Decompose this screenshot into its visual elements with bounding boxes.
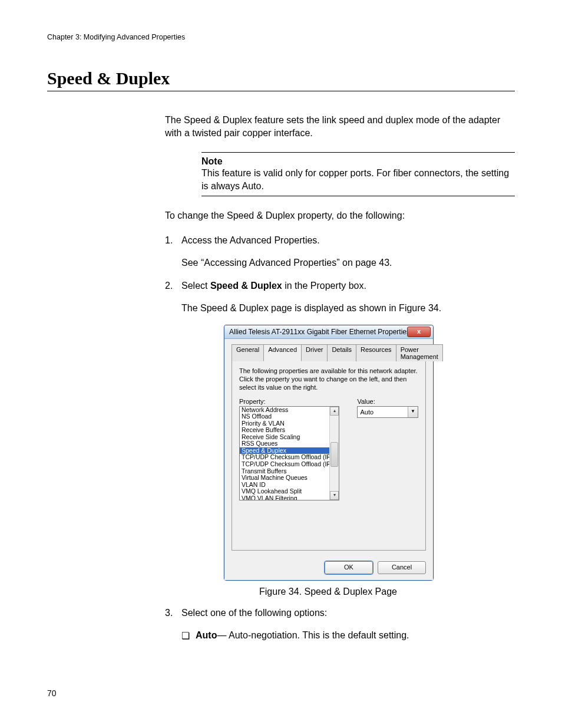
option-text: — Auto-negotiation. This is the default … [217, 630, 409, 640]
step-number: 3. [165, 607, 181, 620]
tab-power-management[interactable]: Power Management [396, 344, 443, 361]
step-number: 1. [165, 234, 181, 269]
tab-general[interactable]: General [232, 344, 264, 361]
dialog-title: Allied Telesis AT-2911xx Gigabit Fiber E… [229, 328, 407, 336]
section-title: Speed & Duplex [47, 68, 515, 91]
chapter-header: Chapter 3: Modifying Advanced Properties [47, 33, 515, 41]
step-number: 2. [165, 279, 181, 314]
option-name: Auto [196, 630, 217, 640]
step-1-text: Access the Advanced Properties. [181, 234, 515, 247]
intro-paragraph: The Speed & Duplex feature sets the link… [165, 114, 515, 139]
properties-dialog: Allied Telesis AT-2911xx Gigabit Fiber E… [224, 325, 434, 581]
option-bullet: ❏ Auto— Auto-negotiation. This is the de… [181, 630, 515, 641]
value-label: Value: [357, 398, 418, 405]
value-selected: Auto [358, 409, 408, 416]
step-1: 1. Access the Advanced Properties. See “… [165, 234, 515, 269]
tab-resources[interactable]: Resources [356, 344, 396, 361]
scroll-down-button[interactable]: ▾ [330, 491, 339, 500]
tab-driver[interactable]: Driver [301, 344, 328, 361]
property-list-item[interactable]: TCP/UDP Checksum Offload (IPv6 [240, 461, 339, 468]
step-1-sub: See “Accessing Advanced Properties” on p… [181, 256, 515, 269]
property-list-item[interactable]: VMQ VLAN Filtering [240, 495, 339, 500]
step-2-text: Select Speed & Duplex in the Property bo… [181, 279, 515, 292]
tab-details[interactable]: Details [327, 344, 356, 361]
note-title: Note [201, 156, 515, 167]
listbox-scrollbar[interactable]: ▴ ▾ [329, 407, 339, 500]
ok-button[interactable]: OK [325, 561, 373, 574]
tab-advanced[interactable]: Advanced [263, 344, 302, 361]
chevron-down-icon[interactable]: ▼ [408, 407, 418, 417]
step-3-text: Select one of the following options: [181, 607, 515, 620]
figure-caption: Figure 34. Speed & Duplex Page [224, 587, 432, 597]
scroll-thumb[interactable] [330, 442, 338, 467]
page-number: 70 [47, 689, 515, 698]
step-2: 2. Select Speed & Duplex in the Property… [165, 279, 515, 314]
property-list-item[interactable]: NS Offload [240, 413, 339, 420]
property-list-item[interactable]: Virtual Machine Queues [240, 475, 339, 482]
property-listbox[interactable]: Network AddressNS OffloadPriority & VLAN… [239, 406, 339, 500]
step-3: 3. Select one of the following options: [165, 607, 515, 620]
close-button[interactable]: x [407, 327, 431, 337]
value-combobox[interactable]: Auto ▼ [357, 406, 418, 418]
dialog-tabs: General Advanced Driver Details Resource… [232, 344, 426, 361]
note-box: Note This feature is valid only for copp… [201, 152, 515, 196]
dialog-description: The following properties are available f… [239, 367, 418, 391]
cancel-button[interactable]: Cancel [378, 561, 426, 574]
lead-in: To change the Speed & Duplex property, d… [165, 209, 515, 222]
bullet-icon: ❏ [181, 630, 196, 641]
property-list-item[interactable]: VMQ Lookahead Split [240, 488, 339, 495]
scroll-up-button[interactable]: ▴ [330, 407, 339, 416]
property-label: Property: [239, 398, 339, 405]
dialog-titlebar[interactable]: Allied Telesis AT-2911xx Gigabit Fiber E… [224, 325, 433, 339]
note-text: This feature is valid only for copper po… [201, 167, 515, 192]
step-2-sub: The Speed & Duplex page is displayed as … [181, 302, 515, 315]
